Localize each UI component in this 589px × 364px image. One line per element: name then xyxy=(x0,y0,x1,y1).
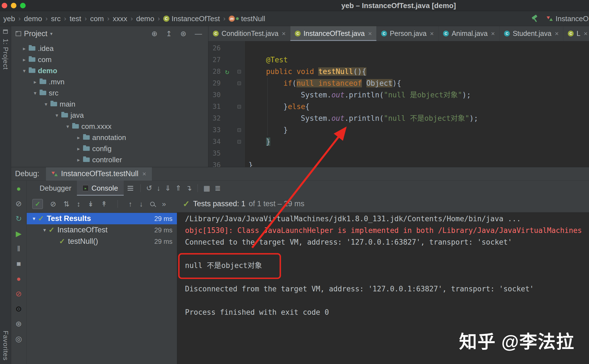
previous-failed-test-icon[interactable]: ↑ xyxy=(128,200,132,208)
show-passed-button[interactable]: ✓ xyxy=(32,199,43,209)
settings-gear-icon[interactable]: ⊛ xyxy=(180,30,186,37)
project-tree-item-annotation[interactable]: ▸annotation xyxy=(11,132,208,143)
project-tree-item-idea[interactable]: ▸.idea xyxy=(11,43,208,54)
chevron-right-icon[interactable]: ▸ xyxy=(31,79,39,85)
chevron-down-icon[interactable]: ▾ xyxy=(30,215,38,222)
view-breakpoints-icon[interactable]: ● xyxy=(16,275,21,283)
test-state-icon[interactable]: ↻ xyxy=(225,68,229,76)
project-tree-item-main[interactable]: ▾main xyxy=(11,99,208,110)
fold-marker-icon[interactable] xyxy=(237,70,241,73)
chevron-right-icon[interactable]: ▸ xyxy=(21,56,28,63)
pause-icon[interactable]: ‖ xyxy=(17,245,20,253)
step-into-icon[interactable]: ⇓ xyxy=(165,185,171,192)
editor-tab-conditiontest-java[interactable]: CConditionTest.java× xyxy=(208,26,290,41)
chevron-right-icon[interactable]: ▸ xyxy=(75,157,82,163)
project-view-selector[interactable]: Project xyxy=(24,29,47,38)
editor-tab-instanceoftest-java[interactable]: CInstanceOfTest.java× xyxy=(290,26,377,41)
window-titlebar[interactable]: yeb – InstanceOfTest.java [demo] xyxy=(0,0,589,11)
editor-tab-student-java[interactable]: CStudent.java× xyxy=(500,26,563,41)
rerun-icon[interactable]: ↻ xyxy=(16,215,22,223)
close-icon[interactable]: × xyxy=(282,30,286,38)
breadcrumb-item-demo[interactable]: demo xyxy=(24,14,42,23)
close-icon[interactable]: × xyxy=(491,30,495,38)
project-tree-item-mvn[interactable]: ▸.mvn xyxy=(11,76,208,87)
sort-alphabetically-icon[interactable]: ⇅ xyxy=(64,200,70,208)
layout-settings-icon[interactable]: ≣ xyxy=(215,185,221,192)
hide-panel-icon[interactable]: — xyxy=(195,30,202,37)
options-menu-icon[interactable] xyxy=(128,188,133,189)
close-icon[interactable]: × xyxy=(368,30,372,38)
chevron-right-icon[interactable]: ▸ xyxy=(75,134,82,141)
debug-tab-debugger[interactable]: Debugger xyxy=(34,181,77,196)
expand-all-icon[interactable]: ↡ xyxy=(88,200,94,208)
project-tree-item-config[interactable]: ▸config xyxy=(11,143,208,154)
build-hammer-icon[interactable] xyxy=(531,14,539,23)
stop-icon[interactable]: ■ xyxy=(16,260,21,268)
breadcrumb-item-xxxx[interactable]: xxxx xyxy=(113,14,127,23)
chevron-down-icon[interactable]: ▾ xyxy=(42,101,50,107)
breadcrumb-item-com[interactable]: com xyxy=(90,14,104,23)
chevron-down-icon[interactable]: ▾ xyxy=(21,68,28,74)
debug-tab-console[interactable]: ▸Console xyxy=(77,181,123,196)
step-over-icon[interactable]: ↓ xyxy=(157,185,160,192)
breadcrumb-item-test[interactable]: test xyxy=(70,14,81,23)
resume-icon[interactable]: ▶ xyxy=(16,230,22,238)
test-tree-item-instanceoftest[interactable]: ▾✓InstanceOfTest29 ms xyxy=(27,224,177,236)
editor-tab-l[interactable]: CL× xyxy=(563,26,589,41)
editor-tab-animal-java[interactable]: CAnimal.java× xyxy=(439,26,500,41)
fold-marker-icon[interactable] xyxy=(237,82,241,85)
collapse-all-icon[interactable]: ↟ xyxy=(101,200,107,208)
breadcrumb-item-instanceoftest[interactable]: CInstanceOfTest xyxy=(163,14,220,23)
project-tree-item-java[interactable]: ▾java xyxy=(11,110,208,121)
breadcrumb-item-testnull[interactable]: mtestNull xyxy=(229,14,265,23)
test-history-icon[interactable] xyxy=(150,202,155,206)
fold-marker-icon[interactable] xyxy=(237,105,241,109)
test-tree-item-testnull[interactable]: ✓testNull()29 ms xyxy=(27,236,177,247)
disabled-run-icon[interactable]: ⊘ xyxy=(16,200,22,208)
project-tree-item-src[interactable]: ▾src xyxy=(11,87,208,99)
fold-marker-icon[interactable] xyxy=(237,140,241,144)
maximize-window-icon[interactable] xyxy=(20,3,26,8)
close-window-icon[interactable] xyxy=(2,3,7,8)
close-icon[interactable]: × xyxy=(555,30,559,38)
show-ignored-button[interactable]: ⊘ xyxy=(50,200,56,208)
minimize-window-icon[interactable] xyxy=(11,3,16,8)
debug-session-tab[interactable]: InstanceOfTest.testNull × xyxy=(46,167,152,181)
show-execution-point-icon[interactable]: ↺ xyxy=(146,185,152,192)
locate-file-icon[interactable]: ⊕ xyxy=(152,30,158,37)
test-tree-item-test-results[interactable]: ▾✓Test Results29 ms xyxy=(27,213,177,224)
chevron-down-icon[interactable]: ▾ xyxy=(31,90,39,96)
run-configuration-selector[interactable]: InstanceO xyxy=(547,14,589,23)
close-icon[interactable]: × xyxy=(430,30,434,38)
settings-gear-icon[interactable]: ⊛ xyxy=(16,320,22,328)
project-tree-item-controller[interactable]: ▸controller xyxy=(11,154,208,165)
restore-layout-icon[interactable]: ▦ xyxy=(203,185,210,192)
close-icon[interactable]: × xyxy=(584,30,588,38)
breadcrumb-item-demo[interactable]: demo xyxy=(136,14,154,23)
project-tree-item-demo[interactable]: ▾demo xyxy=(11,65,208,76)
code-editor[interactable]: 2627 @Test28↻ public void testNull(){29 … xyxy=(208,41,589,167)
chevron-down-icon[interactable]: ▾ xyxy=(64,123,71,130)
more-options-icon[interactable]: » xyxy=(162,200,166,208)
chevron-down-icon[interactable]: ▾ xyxy=(41,227,48,233)
step-out-icon[interactable]: ⇑ xyxy=(175,185,181,192)
collapse-all-icon[interactable]: ↥ xyxy=(166,30,172,37)
favorites-stripe-button[interactable]: Favorites xyxy=(2,331,9,361)
project-stripe-button[interactable]: 1: Project xyxy=(2,39,9,70)
project-tree-item-com[interactable]: ▸com xyxy=(11,54,208,65)
chevron-down-icon[interactable]: ▾ xyxy=(53,112,60,119)
breadcrumb-item-yeb[interactable]: yeb xyxy=(3,14,15,23)
debugger-bug-icon[interactable]: ● xyxy=(16,185,21,193)
screenshot-icon[interactable]: ⊙ xyxy=(16,305,22,313)
next-failed-test-icon[interactable]: ↓ xyxy=(139,200,143,208)
run-to-cursor-icon[interactable]: ↴ xyxy=(186,185,192,192)
sort-by-duration-icon[interactable]: ↕ xyxy=(77,200,81,208)
pin-icon[interactable]: ◎ xyxy=(15,335,22,343)
breadcrumb-item-src[interactable]: src xyxy=(51,14,61,23)
chevron-right-icon[interactable]: ▸ xyxy=(75,146,82,152)
mute-breakpoints-icon[interactable]: ⊘ xyxy=(16,290,22,298)
chevron-right-icon[interactable]: ▸ xyxy=(21,45,28,52)
chevron-down-icon[interactable]: ▾ xyxy=(50,31,53,37)
close-icon[interactable]: × xyxy=(142,170,146,178)
fold-marker-icon[interactable] xyxy=(237,128,241,132)
